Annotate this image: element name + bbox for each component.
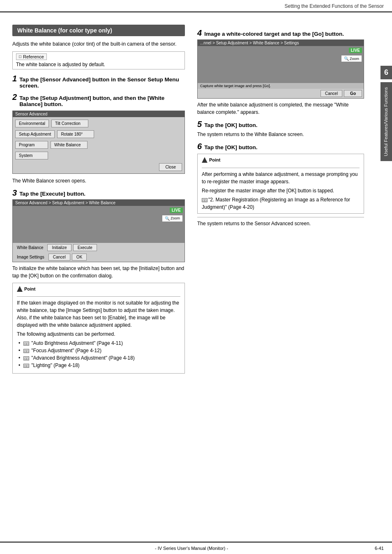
- step4-camera-view: LIVE 🔍 Zoom: [198, 46, 364, 83]
- step6-text: Tap the [OK] button.: [204, 144, 257, 150]
- bullet-item1: □□ "Auto Brightness Adjustment" (Page 4-…: [17, 339, 180, 347]
- bullet-item2: □□ "Focus Adjustment" (Page 4-12): [17, 347, 180, 354]
- step4-text: Image a white-colored target and tap the…: [204, 31, 344, 37]
- reference-box: Reference The white balance is adjusted …: [12, 51, 185, 69]
- step4-num: 4: [197, 29, 202, 37]
- header-title: Setting the Extended Functions of the Se…: [285, 3, 384, 9]
- page-header: Setting the Extended Functions of the Se…: [0, 0, 392, 12]
- chapter-side-label: Useful Features/Various Functions: [380, 82, 392, 161]
- step4-live-badge: LIVE: [349, 48, 362, 53]
- step4-desc1: After the white balance adjustment is co…: [197, 101, 364, 116]
- step3-text: Tap the [Execute] button.: [19, 191, 85, 197]
- step3-ok-btn[interactable]: OK: [72, 254, 87, 261]
- step1-text: Tap the [Sensor Advanced] button in the …: [19, 76, 185, 89]
- reference-label: Reference: [16, 53, 47, 60]
- step4-zoom-btn[interactable]: 🔍 Zoom: [341, 55, 362, 62]
- step3-exec-footer: White Balance Initialize Execute: [13, 243, 184, 252]
- reference-text: The white balance is adjusted by default…: [16, 62, 181, 67]
- step3-num: 3: [12, 189, 17, 197]
- step4-camera-footer: Cancel Go: [198, 89, 364, 98]
- step3-execute-btn[interactable]: Execute: [73, 244, 97, 251]
- step4-cancel-btn[interactable]: Cancel: [321, 90, 342, 97]
- step3-ui-titlebar: Sensor Advanced > Setup Adjustment > Whi…: [13, 200, 184, 206]
- step2-menu-row2: Setup Adjustment Rotate 180°: [15, 130, 182, 138]
- step2-close-btn[interactable]: Close: [159, 163, 182, 171]
- point-box2-line2: Re-register the master image after the […: [202, 187, 360, 194]
- step5-header: 5 Tap the [OK] button.: [197, 120, 364, 128]
- step3-init-btn[interactable]: Initialize: [47, 244, 71, 251]
- step1-num: 1: [12, 74, 17, 83]
- step2-ui-body: Environmental Tilt Correction Setup Adju…: [13, 117, 184, 173]
- step3-exec-footer2: Image Settings Cancel OK: [13, 252, 184, 262]
- point-box2-line3: □□"2. Master Registration (Registering a…: [202, 196, 360, 211]
- bullet-item3: □□ "Advanced Brightness Adjustment" (Pag…: [17, 354, 180, 362]
- point-icon1: [17, 286, 23, 292]
- step2-menu-row4: System: [15, 152, 182, 159]
- step2-wb-btn[interactable]: White Balance: [51, 141, 88, 149]
- point-box1: Point If the taken image displayed on th…: [12, 283, 185, 374]
- point-box1-line2: The following adjustments can be perform…: [17, 330, 180, 338]
- step5-text: Tap the [OK] button.: [204, 122, 257, 128]
- step6-desc: The system returns to the Sensor Advance…: [197, 220, 364, 227]
- footer-center: - IV Series User's Manual (Monitor) -: [155, 546, 228, 551]
- step2-menu-row1: Environmental Tilt Correction: [15, 120, 182, 127]
- step3-ui-screenshot: Sensor Advanced > Setup Adjustment > Whi…: [12, 199, 185, 262]
- step5-num: 5: [197, 120, 202, 128]
- step2-system-btn[interactable]: System: [15, 152, 48, 159]
- step2-num: 2: [12, 93, 17, 101]
- chapter-number: 6: [380, 66, 392, 79]
- step1-header: 1 Tap the [Sensor Advanced] button in th…: [12, 74, 185, 89]
- step4-ui-screenshot: ...nnel > Setup Adjustment > White Balan…: [197, 39, 364, 99]
- step6-num: 6: [197, 142, 202, 150]
- point-box2-label: Point: [202, 157, 221, 164]
- step3-wb-label: White Balance: [14, 244, 46, 251]
- point-box2: Point After performing a white balance a…: [197, 154, 364, 214]
- step2-ui-titlebar: Sensor Advanced: [13, 111, 184, 117]
- step2-rotate-btn[interactable]: Rotate 180°: [57, 130, 94, 138]
- main-content: White Balance (for color type only) Adju…: [0, 12, 392, 381]
- intro-para1: Adjusts the white balance (color tint) o…: [12, 40, 185, 48]
- step3-live-badge: LIVE: [170, 208, 183, 213]
- step2-header: 2 Tap the [Setup Adjustment] button, and…: [12, 93, 185, 107]
- step2-setup-btn[interactable]: Setup Adjustment: [15, 130, 55, 138]
- left-column: White Balance (for color type only) Adju…: [0, 21, 193, 381]
- step2-caption: The White Balance screen opens.: [12, 177, 185, 185]
- point-icon2: [202, 157, 208, 163]
- step4-ui-titlebar: ...nnel > Setup Adjustment > White Balan…: [198, 40, 364, 46]
- page-container: Setting the Extended Functions of the Se…: [0, 0, 392, 554]
- footer-page: 6-41: [375, 546, 384, 551]
- step5-desc: The system returns to the White Balance …: [197, 131, 364, 138]
- step3-header: 3 Tap the [Execute] button.: [12, 189, 185, 197]
- point-box2-line1: After performing a white balance adjustm…: [202, 171, 360, 185]
- section-title: White Balance (for color type only): [12, 25, 185, 36]
- point-box1-label: Point: [17, 286, 36, 293]
- step3-camera-view: LIVE 🔍 Zoom: [13, 206, 184, 243]
- step3-desc: To initialize the white balance which ha…: [12, 265, 185, 279]
- step4-header: 4 Image a white-colored target and tap t…: [197, 29, 364, 37]
- step2-ui-screenshot: Sensor Advanced Environmental Tilt Corre…: [12, 111, 185, 174]
- step3-zoom-btn[interactable]: 🔍 Zoom: [162, 215, 183, 222]
- step2-program-btn[interactable]: Program: [15, 141, 48, 149]
- bullet-item4: □□ "Lighting" (Page 4-18): [17, 362, 180, 369]
- page-footer: - IV Series User's Manual (Monitor) - 6-…: [0, 542, 392, 554]
- step6-header: 6 Tap the [OK] button.: [197, 142, 364, 150]
- point-box1-line1: If the taken image displayed on the moni…: [17, 299, 180, 329]
- point-box1-list: □□ "Auto Brightness Adjustment" (Page 4-…: [17, 339, 180, 369]
- step3-imgsettings-label: Image Settings: [14, 254, 47, 261]
- step2-environmental-btn[interactable]: Environmental: [15, 120, 49, 127]
- step3-cancel-btn[interactable]: Cancel: [48, 254, 70, 261]
- step4-go-btn[interactable]: Go: [344, 90, 362, 97]
- step2-tilt-btn[interactable]: Tilt Correction: [51, 120, 88, 127]
- step4-camera-caption: Capture white target image and press [Go…: [198, 83, 364, 89]
- step2-menu-row3: Program White Balance: [15, 141, 182, 149]
- right-column: 4 Image a white-colored target and tap t…: [193, 21, 380, 381]
- step2-text: Tap the [Setup Adjustment] button, and t…: [19, 95, 185, 107]
